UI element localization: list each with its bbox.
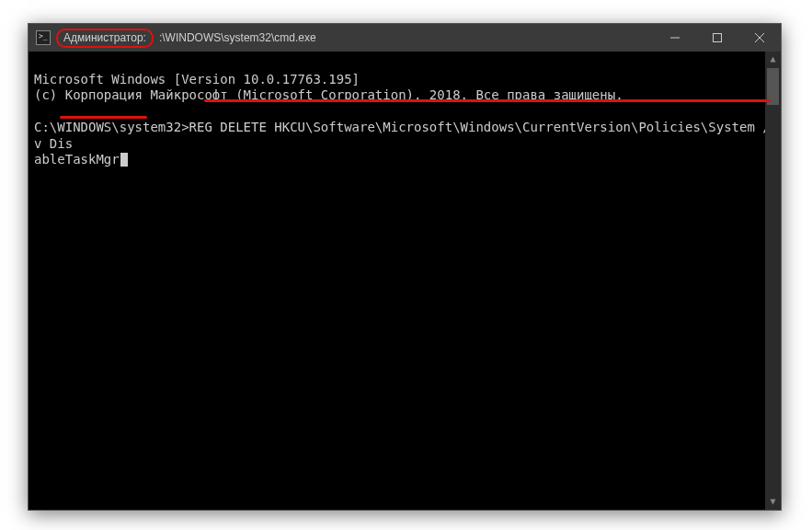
minimize-button[interactable]	[654, 24, 696, 52]
close-button[interactable]	[738, 24, 781, 52]
window-controls	[654, 24, 781, 52]
title-admin-label: Администратор:	[63, 31, 146, 44]
scrollbar[interactable]: ▲ ▼	[765, 52, 781, 510]
titlebar[interactable]: Администратор: :\WINDOWS\system32\cmd.ex…	[29, 24, 781, 52]
svg-rect-1	[714, 34, 722, 42]
annotation-underline-command-wrap	[60, 116, 147, 119]
title-admin-highlight: Администратор:	[56, 29, 154, 48]
terminal-body[interactable]: Microsoft Windows [Version 10.0.17763.19…	[29, 52, 781, 510]
annotation-underline-command	[204, 99, 771, 102]
command-text-2: ableTaskMgr	[34, 152, 120, 167]
scroll-down-icon[interactable]: ▼	[765, 494, 781, 510]
version-line: Microsoft Windows [Version 10.0.17763.19…	[34, 72, 360, 86]
title-path: :\WINDOWS\system32\cmd.exe	[159, 31, 316, 44]
text-cursor	[120, 153, 128, 167]
scroll-up-icon[interactable]: ▲	[765, 52, 781, 67]
cmd-window: Администратор: :\WINDOWS\system32\cmd.ex…	[28, 23, 782, 511]
maximize-button[interactable]	[696, 24, 738, 52]
prompt: C:\WINDOWS\system32>	[34, 120, 189, 134]
cmd-icon	[36, 30, 51, 45]
